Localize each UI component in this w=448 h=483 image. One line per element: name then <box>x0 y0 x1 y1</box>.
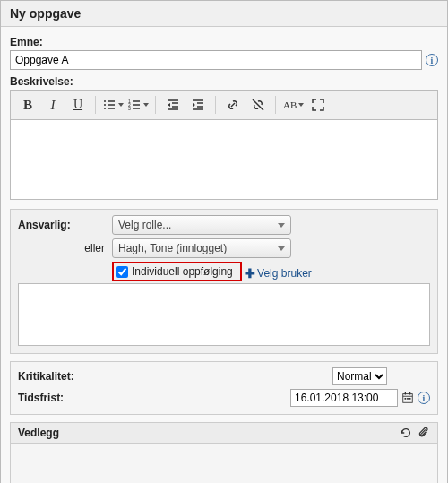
user-select[interactable]: Hagh, Tone (innlogget) <box>112 238 291 258</box>
svg-rect-28 <box>405 398 407 400</box>
link-icon <box>226 98 240 112</box>
toolbar-separator <box>155 96 156 114</box>
subject-input[interactable] <box>10 50 422 70</box>
attachments-header: Vedlegg <box>10 422 438 443</box>
individual-follow-up-box: Individuell oppfølging <box>112 262 242 281</box>
toolbar-separator <box>215 96 216 114</box>
underline-button[interactable]: U <box>66 94 90 116</box>
plus-icon: ✚ <box>245 266 255 280</box>
subject-label: Emne: <box>10 36 438 48</box>
info-icon[interactable]: i <box>426 54 438 66</box>
svg-point-2 <box>104 104 106 106</box>
pick-user-label: Velg bruker <box>257 267 312 280</box>
format-button[interactable]: ABC <box>281 94 305 116</box>
fullscreen-icon <box>311 98 325 112</box>
pick-user-link[interactable]: ✚ Velg bruker <box>245 266 312 280</box>
individual-follow-up-checkbox[interactable] <box>116 266 128 278</box>
format-icon: ABC <box>282 98 297 112</box>
deadline-label: Tidsfrist: <box>18 392 290 404</box>
fullscreen-button[interactable] <box>306 94 330 116</box>
svg-marker-14 <box>168 103 170 107</box>
form-content: Emne: i Beskrivelse: B I U 123 <box>1 27 447 483</box>
attachments-label: Vedlegg <box>18 427 59 439</box>
user-list-area[interactable] <box>18 283 430 346</box>
criticality-select[interactable]: Normal <box>332 367 387 385</box>
description-editor[interactable] <box>10 119 438 200</box>
task-panel: Ny oppgave Emne: i Beskrivelse: B I U 12… <box>0 0 448 483</box>
bullet-list-button[interactable] <box>101 94 125 116</box>
individual-follow-up-label: Individuell oppfølging <box>132 265 233 278</box>
meta-section: Kritikalitet: Normal Tidsfrist: i <box>10 361 438 415</box>
editor-toolbar: B I U 123 <box>10 90 438 119</box>
responsible-label: Ansvarlig: <box>18 219 112 231</box>
toolbar-separator <box>95 96 96 114</box>
outdent-button[interactable] <box>161 94 185 116</box>
svg-marker-19 <box>193 103 195 107</box>
unlink-button[interactable] <box>246 94 270 116</box>
svg-point-4 <box>104 108 106 109</box>
toolbar-separator <box>275 96 276 114</box>
link-button[interactable] <box>221 94 245 116</box>
paperclip-icon[interactable] <box>418 427 430 439</box>
calendar-icon[interactable] <box>401 392 414 404</box>
user-select-value: Hagh, Tone (innlogget) <box>118 242 227 254</box>
outdent-icon <box>166 98 180 112</box>
criticality-label: Kritikalitet: <box>18 370 332 383</box>
italic-button[interactable]: I <box>41 94 65 116</box>
or-label: eller <box>18 242 112 254</box>
page-title: Ny oppgave <box>1 1 447 27</box>
description-label: Beskrivelse: <box>10 75 438 88</box>
chevron-down-icon <box>278 223 285 228</box>
bullet-list-icon <box>102 98 116 112</box>
bold-button[interactable]: B <box>16 94 39 116</box>
chevron-down-icon <box>278 246 285 251</box>
svg-rect-29 <box>407 398 409 400</box>
svg-text:ABC: ABC <box>283 99 297 110</box>
refresh-icon[interactable] <box>400 427 412 439</box>
deadline-input[interactable] <box>290 389 398 407</box>
role-select-value: Velg rolle... <box>118 219 171 231</box>
info-icon[interactable]: i <box>418 392 430 404</box>
responsible-section: Ansvarlig: Velg rolle... eller Hagh, Ton… <box>10 209 438 354</box>
attachments-area[interactable] <box>10 443 438 483</box>
svg-point-0 <box>104 100 106 102</box>
svg-rect-30 <box>409 398 411 400</box>
role-select[interactable]: Velg rolle... <box>112 215 291 235</box>
unlink-icon <box>251 98 265 112</box>
indent-icon <box>191 98 205 112</box>
svg-text:3: 3 <box>128 106 131 111</box>
numbered-list-icon: 123 <box>127 98 142 112</box>
indent-button[interactable] <box>186 94 210 116</box>
numbered-list-button[interactable]: 123 <box>126 94 150 116</box>
